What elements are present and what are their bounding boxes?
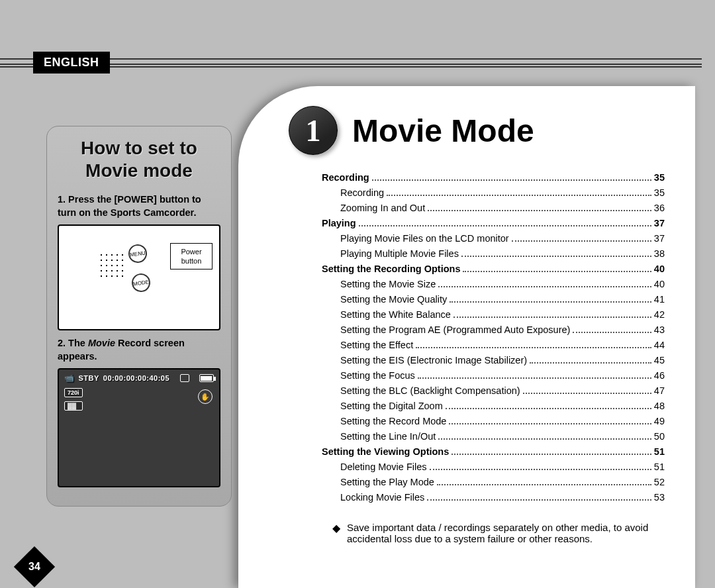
toc-row: Setting the Movie Quality41 — [322, 293, 665, 307]
toc-page-number: 35 — [654, 186, 665, 200]
toc-page-number: 50 — [654, 430, 665, 444]
battery-icon — [199, 374, 214, 382]
page-number-badge: 34 — [14, 546, 55, 587]
toc-row: Playing Multiple Movie Files38 — [322, 247, 665, 261]
toc-label: Recording — [322, 171, 369, 185]
toc-leader-dots — [437, 484, 651, 485]
toc-leader-dots — [461, 256, 651, 257]
sidebar: How to set to Movie mode 1. Press the [P… — [0, 86, 238, 588]
toc-page-number: 46 — [654, 369, 665, 383]
power-label-2: button — [181, 257, 202, 265]
memory-card-icon — [180, 374, 189, 382]
toc-row: Setting the Digital Zoom48 — [322, 399, 665, 413]
toc-page-number: 36 — [654, 201, 665, 215]
toc-leader-dots — [452, 454, 651, 455]
toc-leader-dots — [530, 362, 651, 364]
toc-page-number: 35 — [654, 171, 665, 185]
toc-label: Setting the Play Mode — [340, 475, 434, 489]
toc-label: Setting the EIS (Electronic Image Stabil… — [340, 354, 527, 368]
toc-leader-dots — [418, 377, 651, 379]
toc-leader-dots — [453, 317, 651, 318]
toc-row: Setting the EIS (Electronic Image Stabil… — [322, 354, 665, 368]
toc-row: Setting the Record Mode49 — [322, 415, 665, 428]
power-button-illustration: MENU MODE Power button — [58, 224, 220, 330]
toc-leader-dots — [512, 240, 651, 242]
sidebar-title-line2: Movie mode — [85, 160, 193, 181]
language-badge: ENGLISH — [33, 52, 110, 74]
toc-label: Setting the Effect — [340, 338, 413, 352]
toc-page-number: 52 — [654, 475, 665, 489]
toc-page-number: 49 — [654, 415, 665, 428]
toc-page-number: 37 — [654, 217, 665, 230]
power-button-callout: Power button — [170, 243, 213, 270]
toc-label: Setting the Program AE (Programmed Auto … — [340, 323, 570, 337]
toc-page-number: 53 — [654, 491, 665, 505]
toc-page-number: 41 — [654, 293, 665, 307]
toc-label: Zooming In and Out — [340, 201, 425, 215]
footnote: ◆ Save important data / recordings separ… — [332, 522, 658, 544]
mode-button-icon: MODE — [130, 273, 152, 294]
toc-leader-dots — [523, 393, 651, 394]
sidebar-title-line1: How to set to — [81, 138, 197, 158]
toc-label: Recording — [340, 186, 384, 200]
toc-label: Setting the Viewing Options — [322, 445, 449, 459]
toc-row: Playing Movie Files on the LCD monitor37 — [322, 232, 665, 246]
arrow-dots-icon — [99, 252, 125, 279]
toc-label: Playing — [322, 217, 356, 230]
toc-leader-dots — [438, 438, 651, 440]
toc-leader-dots — [416, 347, 651, 348]
toc-row: Deleting Movie Files51 — [322, 460, 665, 474]
toc-row: Setting the Viewing Options51 — [322, 445, 665, 459]
record-side-icons: 720i ▓▓ — [64, 388, 83, 411]
record-time: 00:00:00:00:40:05 — [103, 374, 169, 382]
main-page: 1 Movie Mode Recording35Recording35Zoomi… — [238, 86, 695, 588]
toc-page-number: 48 — [654, 399, 665, 413]
record-topbar: STBY 00:00:00:00:40:05 — [64, 373, 214, 383]
toc-row: Setting the Line In/Out50 — [322, 430, 665, 444]
toc-label: Deleting Movie Files — [340, 460, 427, 474]
resolution-badge: 720i — [64, 388, 83, 397]
toc-label: Setting the Movie Size — [340, 277, 436, 291]
toc-label: Setting the BLC (Backlight Compensation) — [340, 384, 520, 398]
page-number: 34 — [28, 561, 40, 573]
toc-leader-dots — [427, 499, 651, 501]
toc-leader-dots — [573, 332, 651, 333]
toc-row: Setting the Recording Options40 — [322, 262, 665, 276]
toc-leader-dots — [463, 271, 651, 272]
step-2-prefix: 2. The — [58, 338, 88, 348]
toc-row: Setting the White Balance42 — [322, 308, 665, 322]
quality-icon: ▓▓ — [64, 401, 83, 411]
toc-label: Setting the Digital Zoom — [340, 399, 443, 413]
toc-page-number: 43 — [654, 323, 665, 337]
toc-leader-dots — [450, 301, 651, 303]
toc-page-number: 44 — [654, 338, 665, 352]
page-canvas: ENGLISH How to set to Movie mode 1. Pres… — [0, 0, 715, 588]
toc-leader-dots — [446, 408, 651, 409]
diamond-bullet-icon: ◆ — [332, 522, 340, 544]
toc-page-number: 51 — [654, 445, 665, 459]
toc-page-number: 51 — [654, 460, 665, 474]
toc-page-number: 40 — [654, 262, 665, 276]
chapter-number-circle: 1 — [289, 106, 338, 155]
footnote-text: Save important data / recordings separat… — [347, 522, 658, 544]
toc-leader-dots — [449, 423, 651, 424]
menu-button-icon: MENU — [127, 244, 148, 265]
toc-page-number: 40 — [654, 277, 665, 291]
content-row: How to set to Movie mode 1. Press the [P… — [0, 86, 715, 588]
toc-label: Setting the Movie Quality — [340, 293, 447, 307]
step-2-text: 2. The Movie Record screen appears. — [58, 337, 220, 363]
table-of-contents: Recording35Recording35Zooming In and Out… — [322, 171, 665, 505]
step-1-text: 1. Press the [POWER] button to turn on t… — [58, 193, 220, 219]
toc-row: Setting the Effect44 — [322, 338, 665, 352]
eis-hand-icon: ✋ — [198, 389, 213, 404]
toc-leader-dots — [359, 225, 651, 226]
toc-label: Locking Movie Files — [340, 491, 424, 505]
toc-leader-dots — [387, 195, 651, 196]
toc-row: Recording35 — [322, 171, 665, 185]
toc-label: Setting the Record Mode — [340, 415, 446, 428]
toc-page-number: 42 — [654, 308, 665, 322]
toc-page-number: 47 — [654, 384, 665, 398]
toc-label: Setting the Focus — [340, 369, 415, 383]
toc-row: Setting the Program AE (Programmed Auto … — [322, 323, 665, 337]
page-title: Movie Mode — [352, 113, 534, 149]
